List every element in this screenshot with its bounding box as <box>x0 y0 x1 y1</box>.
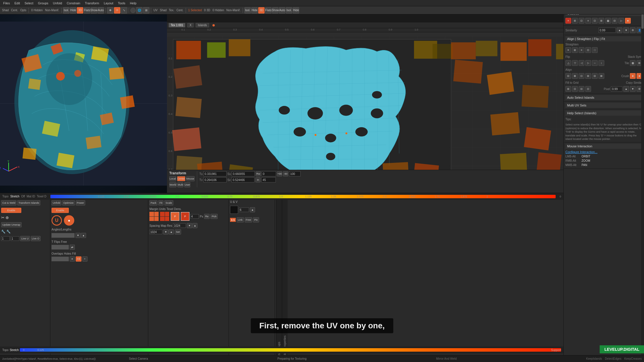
toolbar-isol-btn[interactable]: Isol. <box>63 7 69 14</box>
pack-btn[interactable]: Pack <box>149 200 157 205</box>
toolbar-hide-btn[interactable]: Hide <box>70 7 76 14</box>
uv-tab-x[interactable]: X <box>187 23 193 27</box>
toolbar-uv-3d-btn[interactable]: 3D <box>258 7 265 14</box>
world-btn[interactable]: World <box>169 182 176 187</box>
fill-grid-btn1[interactable]: ⊞ <box>565 86 571 92</box>
toolbar-uv-isol2-btn[interactable]: Isol. <box>286 7 292 14</box>
toolbar-circle-icon[interactable] <box>130 8 136 13</box>
align-bottom-btn[interactable]: ⊟ <box>592 73 598 79</box>
toolbar-scale-icon[interactable]: ⤡ <box>121 7 127 14</box>
select-line-btn[interactable]: ≡ <box>585 18 591 24</box>
toolbar-uv-hide2-btn[interactable]: Hide <box>293 7 299 14</box>
angle-down-btn[interactable]: ▼ <box>75 233 81 238</box>
menu-groups[interactable]: Groups <box>36 1 50 5</box>
sim-gear-btn[interactable]: ⚙ <box>630 27 636 33</box>
overlaps-input[interactable] <box>52 257 69 261</box>
fit-btn[interactable]: Fit <box>158 200 164 205</box>
uv-tab-islands[interactable]: Islands <box>196 23 209 27</box>
flip-btn4[interactable]: ▷ <box>585 60 591 66</box>
overlaps-x-btn[interactable]: ✕ <box>70 256 75 262</box>
menu-layout[interactable]: Layout <box>102 1 115 5</box>
cut-weld-btn[interactable]: Cut & Weld <box>1 200 16 205</box>
align-top-btn[interactable]: ⊞ <box>585 73 591 79</box>
toolbar-uv-hide-btn[interactable]: Hide <box>251 7 258 14</box>
similarity-input[interactable] <box>599 28 616 33</box>
pic-btn[interactable]: Pic <box>253 217 259 222</box>
off-label[interactable]: Off <box>21 195 25 198</box>
help-select-header[interactable]: Help Select (Islands) <box>565 110 642 116</box>
enable-seams-btn[interactable]: Enable <box>1 208 21 213</box>
stretch-active-label[interactable]: Stretch <box>10 195 20 198</box>
mapres-up-btn[interactable]: ▲ <box>192 223 197 228</box>
enable-unwrap-btn[interactable]: Enable <box>52 208 69 213</box>
texture-up-btn[interactable]: ▲ <box>250 207 255 212</box>
select-dot-btn[interactable]: ⊡ <box>592 18 598 24</box>
pixel-arr-dn[interactable]: ▼ <box>630 86 636 92</box>
select-grid4-btn[interactable]: ⊟ <box>612 18 618 24</box>
plus-btn[interactable]: + <box>82 256 88 262</box>
select-orange-btn[interactable]: ■ <box>625 18 631 24</box>
toolbar-globe-icon[interactable]: 🌐 <box>136 7 143 14</box>
toolbar-flats-btn[interactable]: Flats <box>84 7 90 14</box>
transform-islands-btn[interactable]: Transform Islands <box>17 200 40 205</box>
flip-btn5[interactable]: ↔ <box>592 60 598 66</box>
toolbar-3d-btn[interactable]: 3D <box>77 7 83 14</box>
uv-tab-tex[interactable]: Tex 1:001 <box>169 23 185 27</box>
align-header[interactable]: Align | Straighten | Flip | Fit <box>565 36 642 41</box>
live-o-btn[interactable]: Live O <box>31 236 41 241</box>
sv-input[interactable] <box>231 177 254 182</box>
auto-select-header[interactable]: Auto Select Islands <box>565 95 642 100</box>
right-panel-scrollbar[interactable] <box>641 0 644 362</box>
select-red-btn[interactable]: ✕ <box>565 18 571 24</box>
align-btn5[interactable]: □ <box>592 47 598 53</box>
tile-btn1[interactable]: ▦ <box>630 60 636 66</box>
menu-tools[interactable]: Tools <box>116 1 127 5</box>
align-left-btn[interactable]: ⊟ <box>565 73 571 79</box>
power-btn[interactable]: Power <box>76 200 86 205</box>
mapres-input[interactable] <box>173 223 186 228</box>
sim-arr-dn[interactable]: ▼ <box>623 27 629 33</box>
mapres2-input[interactable] <box>149 230 162 234</box>
select-tile-btn[interactable]: ⊞ <box>599 18 604 24</box>
pick-btn[interactable]: Pick <box>210 214 218 219</box>
seam-num1[interactable] <box>1 236 10 241</box>
val100-input[interactable] <box>289 171 301 176</box>
o-icon[interactable]: ● <box>64 215 74 226</box>
toolbar-show-btn[interactable]: Show <box>91 7 97 14</box>
select-camera-label[interactable]: Select Camera <box>129 357 148 360</box>
pixel-input[interactable] <box>611 86 622 92</box>
seam-num2[interactable] <box>11 236 19 241</box>
configure-interaction-link[interactable]: Configure Interaction... <box>565 150 597 154</box>
spacing-input[interactable] <box>190 214 199 219</box>
flip-btn3[interactable]: ◁ <box>579 60 584 66</box>
mouse-btn[interactable]: Mouse <box>186 176 195 181</box>
link-btn[interactable]: Link <box>237 217 244 222</box>
set-btn[interactable]: Set <box>175 229 181 235</box>
center-btn[interactable]: Center <box>177 176 185 181</box>
align-btn3[interactable]: ≡ <box>579 47 584 53</box>
viewport-3d[interactable]: X Y Z <box>0 14 167 193</box>
flip-btn2[interactable]: ▽ <box>572 60 578 66</box>
multi-uv-header[interactable]: Multi UV Sets <box>565 103 642 108</box>
stretch-label[interactable]: Stretch <box>10 348 19 352</box>
user-btn[interactable]: User <box>184 182 190 187</box>
fill-grid-btn4[interactable]: ⊡ <box>585 86 591 92</box>
u-icon[interactable]: U <box>52 215 62 226</box>
angles-input[interactable] <box>52 233 75 238</box>
mapres2-down-btn[interactable]: ▼ <box>163 229 168 235</box>
tflips-arrow-btn[interactable]: ⇄ <box>70 245 75 250</box>
menu-transform[interactable]: Transform <box>83 1 101 5</box>
tv-input[interactable] <box>204 177 227 182</box>
toolbar-move-icon[interactable]: ✥ <box>107 7 113 14</box>
free-btn[interactable]: Free <box>245 217 252 222</box>
optimize-btn[interactable]: Optimize <box>62 200 75 205</box>
minus90-btn[interactable]: -90 <box>283 171 288 176</box>
local-btn[interactable]: Local <box>169 176 176 181</box>
sim-arr-up[interactable]: ▲ <box>617 27 622 33</box>
scale-btn[interactable]: Scale <box>164 200 173 205</box>
select-grid-btn[interactable]: ⊞ <box>572 18 578 24</box>
texture-val-input[interactable] <box>239 207 249 212</box>
toolbar-uv-flats-btn[interactable]: Flats <box>265 7 271 14</box>
select-grid3-btn[interactable]: ▦ <box>605 18 611 24</box>
flip-btn1[interactable]: △ <box>565 60 571 66</box>
